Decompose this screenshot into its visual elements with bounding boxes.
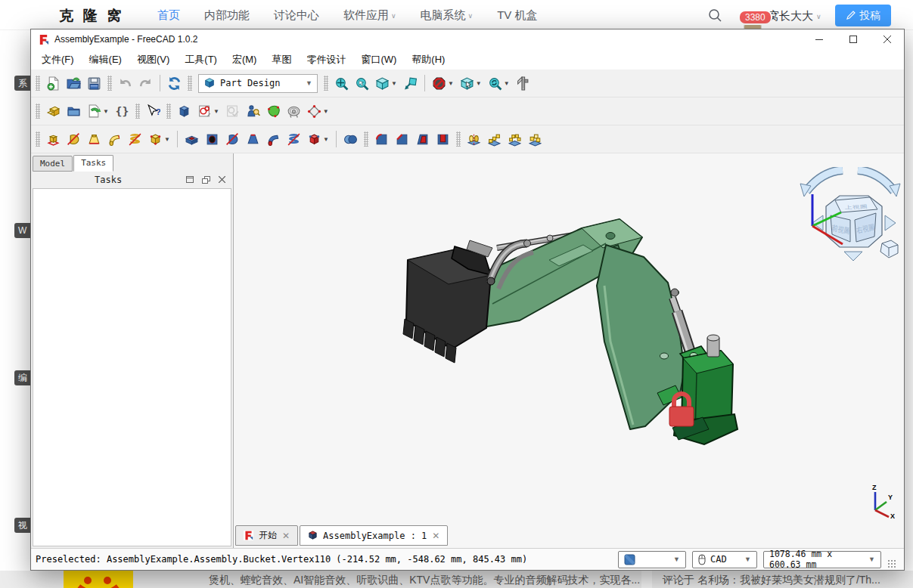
menu-view[interactable]: 视图(V) <box>129 50 177 70</box>
menu-macro[interactable]: 宏(M) <box>225 50 265 70</box>
chevron-down-icon[interactable]: ▼ <box>391 80 397 87</box>
pan-right-arrow[interactable] <box>885 215 896 231</box>
toolbar-grip[interactable] <box>166 104 171 119</box>
nav-tvbox[interactable]: TV 机盒 <box>497 8 537 23</box>
tasks-panel-body[interactable] <box>33 188 231 546</box>
maximize-button[interactable] <box>836 29 870 49</box>
validate-sketch-button[interactable] <box>243 101 263 122</box>
close-tab-icon[interactable]: ✕ <box>432 531 439 541</box>
multitransform-button[interactable] <box>525 129 545 150</box>
nav-software[interactable]: 软件应用∨ <box>343 8 396 23</box>
refresh-button[interactable] <box>164 73 185 94</box>
toolbar-grip[interactable] <box>188 76 192 91</box>
nav-system[interactable]: 电脑系统∨ <box>421 8 474 23</box>
hole-button[interactable] <box>202 129 222 150</box>
create-clone-button[interactable] <box>284 101 304 122</box>
pan-down-arrow[interactable] <box>844 252 862 261</box>
pocket-button[interactable] <box>182 129 202 150</box>
menu-help[interactable]: 帮助(H) <box>404 50 452 70</box>
create-part-button[interactable] <box>43 101 64 122</box>
menu-windows[interactable]: 窗口(W) <box>353 50 404 70</box>
additive-primitive-button[interactable]: ▼ <box>145 129 173 150</box>
unit-scheme-combo[interactable]: ▼ <box>618 551 686 568</box>
minimize-button[interactable] <box>802 29 836 49</box>
subtractive-primitive-button[interactable]: ▼ <box>304 129 332 150</box>
pad-button[interactable] <box>43 129 64 150</box>
create-varset-button[interactable]: {} <box>112 101 132 122</box>
boolean-button[interactable] <box>340 129 361 150</box>
zoom-sync-button[interactable]: ▼ <box>485 73 513 94</box>
tab-model[interactable]: Model <box>33 156 73 172</box>
toolbar-grip[interactable] <box>36 104 40 119</box>
nav-home[interactable]: 首页 <box>157 8 180 23</box>
dock-panel-button[interactable] <box>186 176 194 183</box>
redo-button[interactable] <box>135 73 156 94</box>
whats-this-button[interactable]: ? <box>143 101 163 122</box>
mirrored-button[interactable] <box>464 129 484 150</box>
footer-comment[interactable]: 评论于 名利场：我被好莱坞美女潜规则了/Th... <box>663 574 880 587</box>
user-menu[interactable]: 窝长大大∨ <box>768 9 821 23</box>
draft-button[interactable] <box>412 129 433 150</box>
doc-tab-assembly[interactable]: AssemblyExample : 1 ✕ <box>300 525 448 546</box>
polar-pattern-button[interactable] <box>505 129 525 150</box>
viewport-3d[interactable]: 上視圖 前視圖 右視圖 <box>234 153 904 548</box>
create-group-button[interactable] <box>64 101 84 122</box>
fillet-button[interactable] <box>371 129 392 150</box>
viewport-size-combo[interactable]: 1078.46 mm x 600.63 mm ▼ <box>763 551 881 568</box>
open-document-button[interactable] <box>64 73 84 94</box>
menu-tools[interactable]: 工具(T) <box>177 50 225 70</box>
undo-button[interactable] <box>115 73 135 94</box>
toolbar-grip[interactable] <box>324 76 328 91</box>
save-button[interactable] <box>84 73 104 94</box>
chevron-down-icon[interactable]: ▼ <box>504 80 510 87</box>
revolution-button[interactable] <box>64 129 84 150</box>
chevron-down-icon[interactable]: ▼ <box>103 108 109 115</box>
create-datum-button[interactable]: ▼ <box>304 101 332 122</box>
fit-selection-button[interactable] <box>352 73 372 94</box>
additive-sweep-button[interactable] <box>104 129 125 150</box>
chevron-down-icon[interactable]: ▼ <box>213 108 219 115</box>
linear-pattern-button[interactable] <box>484 129 505 150</box>
chevron-down-icon[interactable]: ▼ <box>164 136 170 143</box>
chamfer-button[interactable] <box>392 129 412 150</box>
chevron-down-icon[interactable]: ▼ <box>323 108 329 115</box>
create-face-button[interactable] <box>263 101 284 122</box>
nav-internal[interactable]: 内部功能 <box>204 8 250 23</box>
chevron-down-icon[interactable]: ▼ <box>323 136 329 143</box>
toolbar-grip[interactable] <box>456 132 461 147</box>
toolbar-grip[interactable] <box>364 132 368 147</box>
title-bar[interactable]: AssemblyExample - FreeCAD 1.0.2 <box>31 29 904 49</box>
menu-partdesign[interactable]: 零件设计 <box>299 50 353 70</box>
notification-badge[interactable]: 3380 <box>738 10 772 25</box>
make-link-button[interactable]: ▼ <box>84 101 112 122</box>
create-sketch-button[interactable]: ▼ <box>194 101 222 122</box>
toolbar-grip[interactable] <box>36 76 40 91</box>
assembly-model-excavator[interactable] <box>379 213 742 463</box>
workbench-selector[interactable]: Part Design ▼ <box>198 74 318 93</box>
menu-edit[interactable]: 编辑(E) <box>82 50 129 70</box>
new-document-button[interactable] <box>43 73 64 94</box>
nav-style-combo[interactable]: CAD ▼ <box>692 551 757 568</box>
chevron-down-icon[interactable]: ▼ <box>476 80 482 87</box>
navigation-cube[interactable]: 上視圖 前視圖 右視圖 <box>797 167 903 267</box>
close-tab-icon[interactable]: ✕ <box>282 531 290 541</box>
search-icon[interactable] <box>708 8 722 23</box>
groove-button[interactable] <box>222 129 243 150</box>
close-button[interactable] <box>870 29 904 49</box>
axonometric-view-button[interactable]: ▼ <box>372 73 400 94</box>
site-logo[interactable]: 克 隆 窝 <box>59 6 125 26</box>
additive-loft-button[interactable] <box>84 129 104 150</box>
toolbar-grip[interactable] <box>135 104 140 119</box>
chevron-down-icon[interactable]: ▼ <box>448 80 454 87</box>
thickness-button[interactable] <box>433 129 453 150</box>
tab-tasks[interactable]: Tasks <box>73 155 113 172</box>
post-button[interactable]: 投稿 <box>835 5 891 26</box>
menu-file[interactable]: 文件(F) <box>34 50 82 70</box>
subtractive-helix-button[interactable] <box>284 129 304 150</box>
nav-forum[interactable]: 讨论中心 <box>274 8 319 23</box>
toolbar-grip[interactable] <box>36 132 40 147</box>
measure-button[interactable] <box>513 73 533 94</box>
menu-sketch[interactable]: 草图 <box>264 50 299 70</box>
window-resize-grip[interactable] <box>887 559 896 568</box>
selection-view-button[interactable]: ▼ <box>457 73 485 94</box>
